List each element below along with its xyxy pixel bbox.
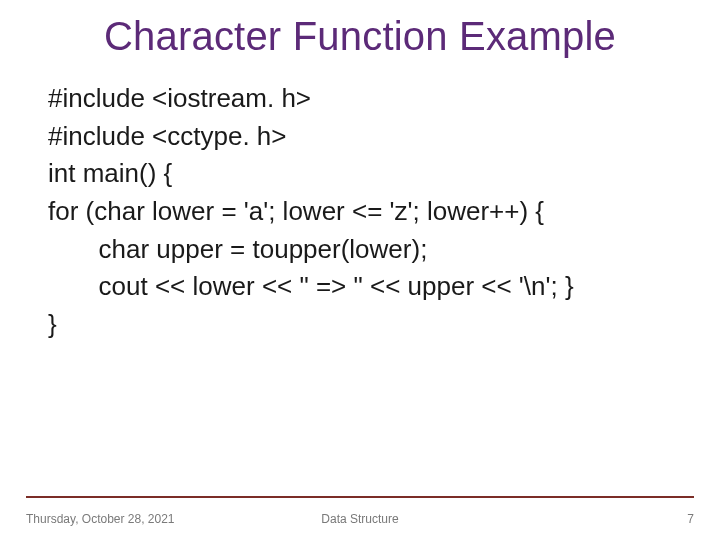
code-line: #include <cctype. h> <box>48 118 672 156</box>
code-line: char upper = toupper(lower); <box>48 231 672 269</box>
code-block: #include <iostream. h> #include <cctype.… <box>48 80 672 344</box>
code-line: int main() { <box>48 155 672 193</box>
code-line: for (char lower = 'a'; lower <= 'z'; low… <box>48 193 672 231</box>
footer-page-number: 7 <box>687 512 694 526</box>
footer-center: Data Structure <box>26 512 694 526</box>
slide-title: Character Function Example <box>0 14 720 59</box>
footer-divider <box>26 496 694 498</box>
code-line: cout << lower << " => " << upper << '\n'… <box>48 268 672 306</box>
code-line: #include <iostream. h> <box>48 80 672 118</box>
code-line: } <box>48 306 672 344</box>
slide: Character Function Example #include <ios… <box>0 0 720 540</box>
footer: Thursday, October 28, 2021 Data Structur… <box>26 504 694 526</box>
